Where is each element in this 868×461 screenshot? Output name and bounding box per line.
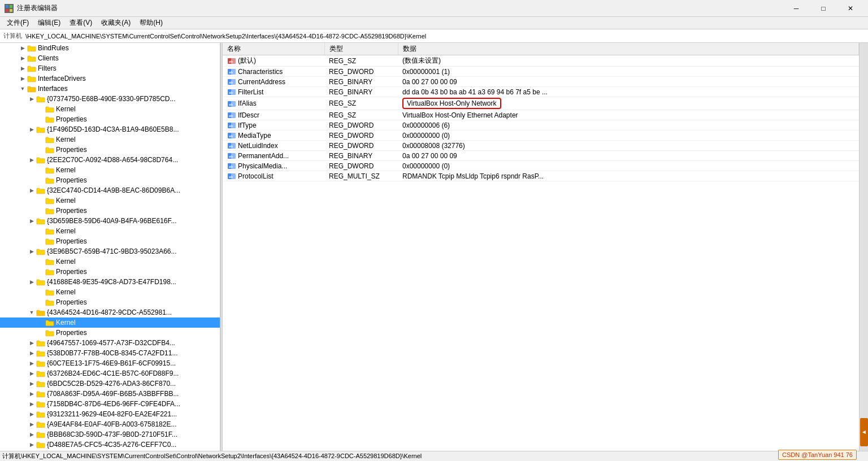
tree-item-int8-kernel[interactable]: Kernel: [0, 318, 220, 328]
table-row[interactable]: ab PermanentAdd...REG_BINARY0a 00 27 00 …: [223, 151, 859, 161]
tree-arrow[interactable]: [27, 249, 36, 254]
tree-item-int5[interactable]: {3D659BE8-59D6-40A9-B4FA-96BE616F...: [0, 216, 220, 226]
tree-item-int4[interactable]: {32EC4740-CD14-4A9B-8EAC-86D09B6A...: [0, 185, 220, 195]
tree-item-int6-kernel[interactable]: Kernel: [0, 256, 220, 267]
tree-panel[interactable]: BindRules Clients Filters InterfaceDrive…: [0, 43, 220, 451]
cell-data: VirtualBox Host-Only Ethernet Adapter: [398, 110, 859, 120]
menu-edit[interactable]: 编辑(E): [33, 17, 65, 29]
tree-item-int3[interactable]: {2EE2C70C-A092-4D88-A654-98C8D764...: [0, 155, 220, 165]
tree-arrow[interactable]: [27, 218, 36, 224]
tree-arrow[interactable]: [27, 188, 36, 193]
svg-rect-3: [10, 9, 12, 12]
tree-label: Properties: [56, 237, 220, 245]
tree-item-filters[interactable]: Filters: [0, 63, 220, 73]
tree-arrow[interactable]: [27, 279, 36, 285]
tree-arrow[interactable]: [27, 127, 36, 132]
tree-item-interfacedrivers[interactable]: InterfaceDrivers: [0, 73, 220, 84]
tree-item-int17[interactable]: {A9E4AF84-E0AF-40FB-A003-6758182E...: [0, 419, 220, 429]
tree-item-int12[interactable]: {63726B24-ED6C-4C1E-B57C-60FD88F9...: [0, 368, 220, 379]
tree-item-int6-props[interactable]: Properties: [0, 267, 220, 277]
tree-label: {43A64524-4D16-4872-9CDC-A552981...: [47, 308, 220, 316]
folder-icon: [36, 349, 45, 357]
table-row[interactable]: ab CurrentAddressREG_BINARY0a 00 27 00 0…: [223, 77, 859, 87]
tree-item-int4-props[interactable]: Properties: [0, 206, 220, 216]
tree-item-int8-props[interactable]: Properties: [0, 328, 220, 338]
tree-item-bindrules[interactable]: BindRules: [0, 43, 220, 53]
tree-arrow[interactable]: [27, 157, 36, 163]
tree-arrow[interactable]: [27, 96, 36, 102]
tree-item-int16[interactable]: {93123211-9629-4E04-82F0-EA2E4F221...: [0, 409, 220, 419]
tree-arrow[interactable]: [27, 371, 36, 376]
col-header-type[interactable]: 类型: [324, 43, 398, 55]
tree-item-int2[interactable]: {1F496D5D-163D-4C3A-B1A9-4B60E5B8...: [0, 124, 220, 134]
reg-value-icon: ab: [227, 89, 236, 95]
tree-item-int1[interactable]: {07374750-E68B-490E-9330-9FD785CD...: [0, 94, 220, 104]
table-row[interactable]: ab (默认)REG_SZ(数值未设置): [223, 55, 859, 67]
tree-item-int19[interactable]: {D488E7A5-CFC5-4C35-A276-CEFF7C0...: [0, 440, 220, 450]
table-row[interactable]: ab CharacteristicsREG_DWORD0x00000001 (1…: [223, 67, 859, 77]
tree-item-int11[interactable]: {60C7EE13-1F75-46E9-B61F-6CF09915...: [0, 358, 220, 368]
tree-item-interfaces[interactable]: Interfaces: [0, 84, 220, 94]
tree-item-int7-props[interactable]: Properties: [0, 297, 220, 307]
tree-arrow[interactable]: [18, 86, 27, 92]
tree-item-int18[interactable]: {BBB68C3D-590D-473F-9B0D-2710F51F...: [0, 429, 220, 440]
tree-item-int4-kernel[interactable]: Kernel: [0, 195, 220, 206]
tree-item-int15[interactable]: {7158DB4C-87D6-4ED6-96FF-C9FE4DFA...: [0, 399, 220, 409]
tree-item-int7-kernel[interactable]: Kernel: [0, 287, 220, 297]
close-button[interactable]: ✕: [837, 0, 863, 17]
tree-arrow[interactable]: [27, 411, 36, 417]
tree-item-int1-props[interactable]: Properties: [0, 114, 220, 124]
tree-label: Kernel: [56, 319, 220, 327]
tree-item-int5-props[interactable]: Properties: [0, 236, 220, 246]
tree-arrow[interactable]: [27, 401, 36, 407]
maximize-button[interactable]: □: [810, 0, 836, 17]
tree-item-int9[interactable]: {49647557-1069-4577-A73F-D32CDFB4...: [0, 338, 220, 348]
tree-arrow[interactable]: [27, 350, 36, 356]
tree-arrow[interactable]: [18, 76, 27, 81]
tree-arrow[interactable]: [27, 381, 36, 386]
menu-help[interactable]: 帮助(H): [135, 17, 167, 29]
svg-text:ab: ab: [229, 91, 233, 94]
tree-item-int1-kernel[interactable]: Kernel: [0, 104, 220, 114]
tree-item-int20[interactable]: {E1A9E50D-D592-44CF-AED2-248FF63A...: [0, 450, 220, 451]
table-row[interactable]: ab IfAliasREG_SZVirtualBox Host-Only Net…: [223, 97, 859, 110]
table-row[interactable]: ab IfDescrREG_SZVirtualBox Host-Only Eth…: [223, 110, 859, 120]
table-row[interactable]: ab IfTypeREG_DWORD0x00000006 (6): [223, 120, 859, 131]
tree-arrow[interactable]: [18, 55, 27, 61]
tree-item-int2-props[interactable]: Properties: [0, 145, 220, 155]
tree-item-int3-kernel[interactable]: Kernel: [0, 165, 220, 175]
status-bar: 计算机\HKEY_LOCAL_MACHINE\SYSTEM\CurrentCon…: [0, 451, 868, 461]
table-row[interactable]: ab FilterListREG_BINARYdd da 0b 43 b0 ba…: [223, 87, 859, 97]
table-row[interactable]: ab NetLuidIndexREG_DWORD0x00008008 (3277…: [223, 141, 859, 151]
tree-item-int5-kernel[interactable]: Kernel: [0, 226, 220, 236]
data-panel[interactable]: 名称 类型 数据 ab (默认)REG_SZ(数值未设置) ab Charact…: [223, 43, 859, 451]
menu-file[interactable]: 文件(F): [2, 17, 33, 29]
tree-item-int13[interactable]: {6BDC5C2B-D529-4276-ADA3-86CF870...: [0, 379, 220, 389]
tree-label: {3E96B5C7-659B-471C-9BD3-95023A66...: [47, 247, 220, 255]
tree-item-int3-props[interactable]: Properties: [0, 175, 220, 185]
tree-arrow[interactable]: [27, 310, 36, 315]
tree-arrow[interactable]: [27, 442, 36, 447]
col-header-data[interactable]: 数据: [398, 43, 859, 55]
col-header-name[interactable]: 名称: [223, 43, 324, 55]
tree-arrow[interactable]: [18, 66, 27, 71]
minimize-button[interactable]: ─: [783, 0, 809, 17]
tree-arrow[interactable]: [27, 340, 36, 346]
tree-item-int10[interactable]: {538D0B77-F78B-40CB-8345-C7A2FD11...: [0, 348, 220, 358]
tree-item-int8[interactable]: {43A64524-4D16-4872-9CDC-A552981...: [0, 307, 220, 318]
tree-item-int2-kernel[interactable]: Kernel: [0, 134, 220, 145]
table-row[interactable]: ab PhysicalMedia...REG_DWORD0x00000000 (…: [223, 161, 859, 171]
tree-arrow[interactable]: [27, 391, 36, 397]
tree-arrow[interactable]: [27, 421, 36, 427]
tree-item-int14[interactable]: {708A863F-D95A-469F-B6B5-A3BBFFBB...: [0, 389, 220, 399]
tree-arrow[interactable]: [18, 45, 27, 51]
tree-item-int6[interactable]: {3E96B5C7-659B-471C-9BD3-95023A66...: [0, 246, 220, 256]
table-row[interactable]: ab ProtocolListREG_MULTI_SZRDMANDK Tcpip…: [223, 171, 859, 181]
tree-item-int7[interactable]: {41688E48-9E35-49C8-AD73-E47FD198...: [0, 277, 220, 287]
tree-arrow[interactable]: [27, 432, 36, 437]
menu-view[interactable]: 查看(V): [65, 17, 97, 29]
menu-favorites[interactable]: 收藏夹(A): [97, 17, 135, 29]
table-row[interactable]: ab MediaTypeREG_DWORD0x00000000 (0): [223, 131, 859, 141]
tree-arrow[interactable]: [27, 360, 36, 366]
tree-item-clients[interactable]: Clients: [0, 53, 220, 63]
